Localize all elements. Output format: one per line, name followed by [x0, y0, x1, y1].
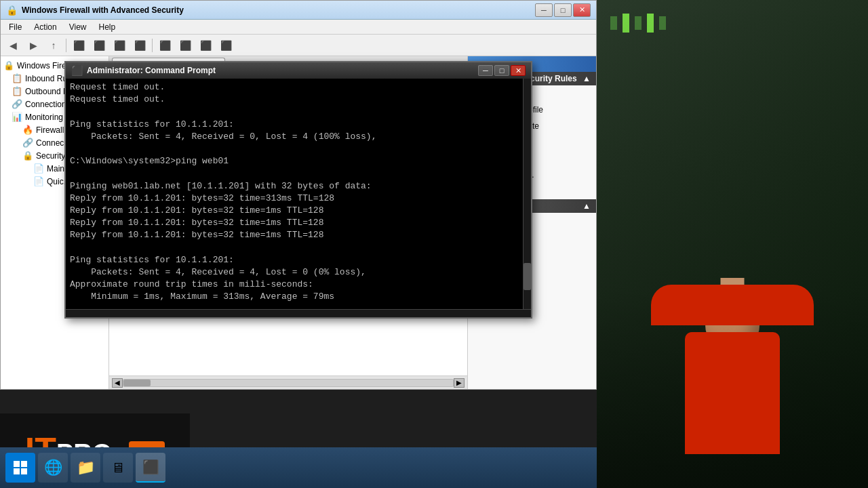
cmd-line-8: Pinging web01.lab.net [10.1.1.201] with … — [70, 180, 519, 192]
svg-rect-2 — [14, 468, 20, 474]
cmd-line-10: Reply from 10.1.1.201: bytes=32 time=1ms… — [70, 205, 519, 217]
cmd-prompt-icon: ⬛ — [142, 459, 159, 475]
scrollbar-thumb — [123, 380, 151, 386]
connection-icon: 🔗 — [12, 99, 22, 109]
scroll-right-btn[interactable]: ▶ — [454, 378, 465, 388]
toolbar-forward[interactable]: ▶ — [24, 37, 43, 54]
main-window-title: Windows Firewall with Advanced Security — [22, 5, 184, 15]
cmd-scrollthumb — [524, 263, 531, 290]
ie-icon: 🌐 — [44, 459, 62, 476]
outbound-icon: 📋 — [12, 86, 22, 96]
close-button[interactable]: ✕ — [573, 3, 591, 17]
firewall-tree-icon: 🔥 — [22, 125, 33, 135]
cmd-line-6: C:\Windows\system32>ping web01 — [70, 155, 519, 167]
svg-rect-3 — [21, 468, 27, 474]
video-background — [597, 0, 868, 488]
main-title-bar: 🔒 Windows Firewall with Advanced Securit… — [1, 1, 596, 20]
toolbar-btn7[interactable]: ⬛ — [196, 37, 215, 54]
toolbar-btn5[interactable]: ⬛ — [155, 37, 174, 54]
cmd-scrollbar[interactable] — [523, 79, 531, 309]
horizontal-scrollbar[interactable]: ◀ ▶ — [109, 375, 467, 389]
cmd-line-17: Minimum = 1ms, Maximum = 313ms, Average … — [70, 291, 519, 303]
cmd-content[interactable]: Request timed out. Request timed out. Pi… — [66, 79, 523, 309]
start-button[interactable] — [5, 453, 35, 483]
conn2-icon: 🔗 — [22, 138, 33, 148]
main-mode-icon: 📄 — [33, 163, 44, 174]
explorer-icon: 📁 — [77, 459, 95, 476]
video-panel — [597, 0, 868, 488]
toolbar-back[interactable]: ◀ — [3, 37, 22, 54]
cmd-title-bar: ⬛ Administrator: Command Prompt ─ □ ✕ — [66, 62, 531, 79]
scrollbar-track[interactable] — [123, 379, 454, 387]
firewall-icon: 🔒 — [6, 5, 18, 16]
cmd-line-4: Packets: Sent = 4, Received = 0, Lost = … — [70, 131, 519, 143]
menu-view[interactable]: View — [64, 21, 92, 33]
person-shoulders — [651, 285, 814, 325]
toolbar-sep2 — [152, 39, 153, 52]
cmd-line-13 — [70, 241, 519, 253]
toolbar-btn1[interactable]: ⬛ — [69, 37, 88, 54]
tree-monitoring-label: Monitoring — [25, 113, 63, 122]
toolbar-btn8[interactable]: ⬛ — [216, 37, 235, 54]
menu-bar: File Action View Help — [1, 20, 596, 35]
cmd-line-11: Reply from 10.1.1.201: bytes=32 time=1ms… — [70, 217, 519, 229]
inbound-icon: 📋 — [12, 73, 22, 83]
taskbar-explorer[interactable]: 📁 — [71, 453, 100, 483]
monitoring-icon: 📊 — [12, 112, 22, 122]
menu-action[interactable]: Action — [28, 21, 62, 33]
minimize-button[interactable]: ─ — [535, 3, 553, 17]
cmd-window: ⬛ Administrator: Command Prompt ─ □ ✕ Re… — [64, 61, 532, 319]
cmd-line-15: Packets: Sent = 4, Received = 4, Lost = … — [70, 266, 519, 279]
root-icon: 🔒 — [3, 60, 14, 70]
toolbar-btn4[interactable]: ⬛ — [130, 37, 149, 54]
title-bar-controls: ─ □ ✕ — [535, 3, 591, 17]
toolbar-sep1 — [66, 39, 66, 52]
toolbar-btn3[interactable]: ⬛ — [110, 37, 129, 54]
actions-collapse-icon: ▲ — [583, 74, 591, 83]
cmd-line-18 — [70, 303, 519, 309]
person-body — [685, 332, 780, 454]
cmd-hscroll[interactable] — [66, 309, 531, 317]
cmd-line-9: Reply from 10.1.1.201: bytes=32 time=313… — [70, 192, 519, 205]
scroll-left-btn[interactable]: ◀ — [112, 378, 123, 388]
cmd-line-2 — [70, 106, 519, 118]
cmd-close[interactable]: ✕ — [511, 65, 526, 76]
cmd-maximize[interactable]: □ — [494, 65, 509, 76]
cmd-minimize[interactable]: ─ — [478, 65, 493, 76]
toolbar-up[interactable]: ↑ — [44, 37, 63, 54]
cmd-line-0: Request timed out. — [70, 81, 519, 94]
cmd-body: Request timed out. Request timed out. Pi… — [66, 79, 531, 309]
taskbar-ie[interactable]: 🌐 — [38, 453, 68, 483]
cmd-line-12: Reply from 10.1.1.201: bytes=32 time=1ms… — [70, 229, 519, 241]
cmd-title-text: Administrator: Command Prompt — [87, 66, 216, 75]
cmd-line-5 — [70, 143, 519, 155]
svg-rect-1 — [21, 461, 27, 467]
taskbar: 🌐 📁 🖥 ⬛ — [0, 447, 597, 488]
tree-firewall-label: Firewall — [36, 125, 64, 135]
quick-icon: 📄 — [33, 176, 44, 186]
cmd-controls: ─ □ ✕ — [478, 65, 526, 76]
cmd-line-7 — [70, 167, 519, 180]
security-icon: 🔒 — [22, 150, 33, 161]
toolbar: ◀ ▶ ↑ ⬛ ⬛ ⬛ ⬛ ⬛ ⬛ ⬛ ⬛ — [1, 35, 596, 56]
toolbar-btn2[interactable]: ⬛ — [90, 37, 108, 54]
taskbar-cmd-prompt[interactable]: ⬛ — [136, 453, 165, 483]
windows-logo — [12, 460, 28, 476]
cmd-line-16: Approximate round trip times in milli-se… — [70, 279, 519, 291]
maximize-button[interactable]: □ — [554, 3, 572, 17]
cmd-line-1: Request timed out. — [70, 94, 519, 106]
cmd-line-3: Ping statistics for 10.1.1.201: — [70, 119, 519, 131]
toolbar-btn6[interactable]: ⬛ — [176, 37, 195, 54]
cmd-icon: ⬛ — [71, 65, 83, 76]
taskbar-server-manager[interactable]: 🖥 — [103, 453, 133, 483]
svg-rect-0 — [14, 461, 20, 467]
secure-ping-collapse-icon: ▲ — [583, 201, 591, 211]
cmd-line-14: Ping statistics for 10.1.1.201: — [70, 254, 519, 266]
menu-help[interactable]: Help — [94, 21, 121, 33]
server-manager-icon: 🖥 — [111, 460, 125, 476]
menu-file[interactable]: File — [3, 21, 27, 33]
